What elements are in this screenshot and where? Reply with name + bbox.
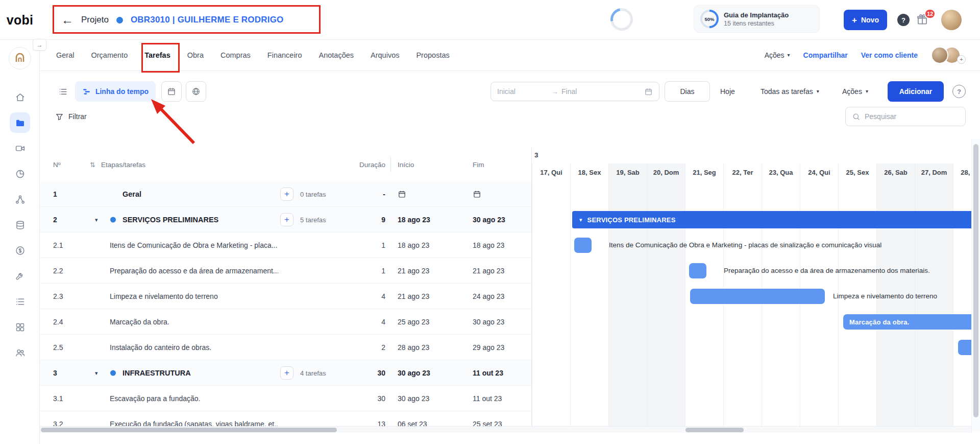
timeline-view-button[interactable]: Linha do tempo	[75, 81, 156, 102]
scrollbar-thumb[interactable]	[41, 428, 337, 432]
day-label: 28, Seg	[953, 163, 971, 181]
timeline-horizontal-scrollbar[interactable]	[532, 426, 971, 433]
camera-icon[interactable]	[10, 138, 30, 158]
add-task-button[interactable]: +	[280, 213, 293, 226]
search-input[interactable]	[865, 112, 959, 121]
users-icon[interactable]	[10, 342, 30, 363]
calendar-icon[interactable]	[473, 190, 481, 198]
expand-sidebar-button[interactable]: →	[33, 39, 46, 51]
add-task-button[interactable]: +	[280, 188, 293, 201]
task-name[interactable]: Preparação do acesso e da área de armaze…	[110, 267, 278, 275]
today-button[interactable]: Hoje	[720, 81, 735, 102]
back-arrow-icon[interactable]: ←	[61, 14, 74, 26]
collapse-caret-icon[interactable]: ▾	[95, 216, 98, 223]
chevron-down-icon: ▾	[817, 89, 819, 94]
task-name[interactable]: Itens de Comunicação de Obra e Marketing…	[110, 241, 277, 249]
tab-tarefas[interactable]: Tarefas	[144, 51, 170, 59]
new-button[interactable]: + Novo	[844, 10, 887, 30]
table-horizontal-scrollbar[interactable]	[40, 426, 532, 433]
toolbar-actions-dropdown[interactable]: Ações▾	[842, 81, 868, 102]
sort-icon[interactable]: ⇅	[90, 160, 95, 168]
date-range-picker[interactable]: →	[491, 82, 659, 101]
header-stages[interactable]: Etapas/tarefas	[101, 160, 145, 168]
vertical-scrollbar[interactable]	[971, 139, 980, 433]
table-row-stage[interactable]: 1 Geral + 0 tarefas -	[40, 181, 531, 207]
filter-button[interactable]: Filtrar	[55, 106, 87, 127]
grid-icon[interactable]	[10, 317, 30, 337]
task-filter-dropdown[interactable]: Todas as tarefas▾	[761, 81, 819, 102]
collaborator-avatars[interactable]: +	[931, 46, 966, 64]
tab-arquivos[interactable]: Arquivos	[371, 51, 399, 59]
day-label: 24, Qui	[800, 163, 838, 181]
task-name[interactable]: Escavação para a fundação.	[110, 394, 200, 403]
vobi-logo[interactable]: vobi	[0, 0, 40, 40]
table-row-task[interactable]: 2.3 Limpeza e nivelamento do terreno 4 2…	[40, 284, 531, 309]
calendar-view-button[interactable]	[161, 81, 182, 102]
tab-obra[interactable]: Obra	[187, 51, 204, 59]
tab-geral[interactable]: Geral	[56, 51, 74, 59]
gantt-task-bar[interactable]	[958, 340, 971, 355]
home-icon[interactable]	[10, 87, 30, 107]
tab-propostas[interactable]: Propostas	[416, 51, 449, 59]
tab-orcamento[interactable]: Orçamento	[91, 51, 128, 59]
caret-down-icon[interactable]: ▾	[579, 217, 582, 223]
calendar-icon[interactable]	[644, 87, 653, 96]
tab-compras[interactable]: Compras	[220, 51, 251, 59]
gantt-task-bar[interactable]	[690, 289, 825, 304]
table-row-stage[interactable]: 3 ▾ INFRAESTRUTURA + 4 tarefas 30 30 ago…	[40, 360, 531, 386]
task-name[interactable]: Limpeza e nivelamento do terreno	[110, 292, 218, 300]
end-date-input[interactable]	[561, 87, 612, 96]
gantt-stage-bar[interactable]: ▾ SERVIÇOS PRELIMINARES	[572, 211, 971, 228]
list-icon[interactable]	[10, 291, 30, 312]
add-button[interactable]: Adicionar	[888, 81, 944, 102]
hierarchy-icon[interactable]	[10, 189, 30, 209]
project-name[interactable]: OBR3010 | GUILHERME E RODRIGO	[131, 15, 284, 25]
help-button[interactable]: ?	[897, 14, 910, 26]
pie-chart-icon[interactable]	[10, 163, 30, 184]
layers-icon[interactable]	[10, 215, 30, 235]
timeline-day-column: 19, Sab	[608, 163, 647, 433]
toolbar-actions-label: Ações	[842, 87, 862, 96]
table-row-task[interactable]: 2.4 Marcação da obra. 4 25 ago 23 30 ago…	[40, 309, 531, 335]
dollar-icon[interactable]	[10, 240, 30, 261]
end-date-cell: 11 out 23	[473, 369, 503, 377]
tab-anotacoes[interactable]: Anotações	[319, 51, 354, 59]
search-input-wrap[interactable]	[845, 107, 966, 126]
collapse-caret-icon[interactable]: ▾	[95, 369, 98, 376]
gantt-task-bar[interactable]	[574, 238, 592, 253]
folder-icon[interactable]	[10, 112, 30, 133]
add-collaborator-button[interactable]: +	[957, 55, 966, 64]
vobi-mark-icon[interactable]	[9, 47, 31, 69]
row-number: 1	[53, 190, 57, 198]
table-row-task[interactable]: 3.1 Escavação para a fundação. 30 30 ago…	[40, 386, 531, 411]
calendar-icon[interactable]	[398, 190, 406, 198]
list-view-button[interactable]	[53, 81, 72, 102]
table-row-task[interactable]: 2.1 Itens de Comunicação de Obra e Marke…	[40, 232, 531, 258]
table-row-task[interactable]: 2.2 Preparação do acesso e da área de ar…	[40, 258, 531, 284]
new-button-label: Novo	[861, 16, 879, 24]
implementation-guide-card[interactable]: 50% Guia de Implantação 15 itens restant…	[694, 5, 820, 33]
notifications-button[interactable]: 12	[916, 13, 931, 28]
table-row-task[interactable]: 2.5 Instalação do canteiro de obras. 2 2…	[40, 335, 531, 360]
scrollbar-thumb[interactable]	[973, 144, 978, 417]
start-date-cell: 30 ago 23	[398, 394, 429, 403]
view-as-client-button[interactable]: Ver como cliente	[861, 51, 918, 59]
task-name[interactable]: Instalação do canteiro de obras.	[110, 343, 211, 352]
gantt-task-bar[interactable]	[689, 263, 706, 278]
scrollbar-thumb[interactable]	[685, 428, 744, 432]
actions-label: Ações	[765, 51, 785, 59]
tools-icon[interactable]	[10, 266, 30, 286]
gantt-task-bar[interactable]: Marcação da obra.	[843, 314, 971, 330]
globe-button[interactable]	[186, 81, 206, 102]
tab-financeiro[interactable]: Financeiro	[267, 51, 302, 59]
user-avatar[interactable]	[941, 10, 962, 30]
start-date-input[interactable]	[497, 87, 548, 96]
days-scale-button[interactable]: Dias	[665, 81, 710, 102]
share-button[interactable]: Compartilhar	[803, 51, 848, 59]
table-row-stage[interactable]: 2 ▾ SERVIÇOS PRELIMINARES + 5 tarefas 9 …	[40, 207, 531, 232]
task-name[interactable]: Marcação da obra.	[110, 318, 169, 326]
help-outline-button[interactable]: ?	[952, 85, 966, 98]
actions-dropdown[interactable]: Ações▾	[765, 51, 790, 59]
topbar: vobi ← Projeto OBR3010 | GUILHERME E ROD…	[0, 0, 980, 40]
add-task-button[interactable]: +	[280, 366, 293, 380]
